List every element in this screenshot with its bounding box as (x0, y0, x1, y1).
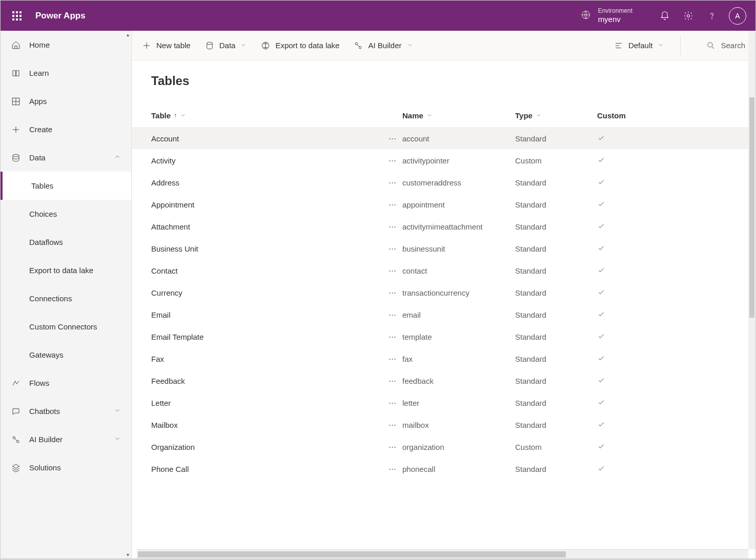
table-row[interactable]: Contact⋯contactStandard (132, 259, 755, 281)
column-header-table[interactable]: Table ↑ (151, 111, 382, 120)
column-header-type[interactable]: Type (515, 111, 597, 120)
notifications-icon[interactable] (653, 4, 677, 28)
table-row[interactable]: Organization⋯organizationCustom (132, 436, 755, 458)
more-icon[interactable]: ⋯ (382, 442, 402, 451)
scroll-down-icon[interactable]: ▾ (127, 552, 129, 557)
more-icon[interactable]: ⋯ (382, 134, 402, 143)
table-row[interactable]: Email⋯emailStandard (132, 303, 755, 325)
column-header-custom[interactable]: Custom (597, 111, 638, 120)
more-icon[interactable]: ⋯ (382, 178, 402, 187)
more-icon[interactable]: ⋯ (382, 398, 402, 407)
table-row[interactable]: Address⋯customeraddressStandard (132, 171, 755, 193)
toolbar-label: Search (721, 41, 745, 50)
table-row[interactable]: Phone Call⋯phonecallStandard (132, 458, 755, 480)
vertical-scrollbar[interactable] (748, 31, 755, 549)
sidebar-item-label: Solutions (29, 463, 61, 472)
apps-icon (11, 96, 21, 107)
more-icon[interactable]: ⋯ (382, 376, 402, 385)
check-icon (597, 134, 638, 143)
more-icon[interactable]: ⋯ (382, 222, 402, 231)
cell-name: letter (402, 399, 515, 407)
app-launcher-icon[interactable] (5, 4, 29, 28)
gear-icon[interactable] (677, 4, 700, 28)
flow-icon (11, 378, 21, 388)
cell-type: Standard (515, 222, 597, 231)
sidebar-item-dataflows[interactable]: Dataflows (1, 228, 131, 256)
sidebar-item-data[interactable]: Data (1, 143, 131, 172)
cell-type: Standard (515, 310, 597, 319)
sidebar-item-tables[interactable]: Tables (1, 172, 131, 200)
more-icon[interactable]: ⋯ (382, 156, 402, 165)
more-icon[interactable]: ⋯ (382, 464, 402, 473)
horizontal-scrollbar[interactable] (137, 549, 748, 558)
more-icon[interactable]: ⋯ (382, 310, 402, 319)
view-menu[interactable]: Default (614, 41, 664, 50)
check-icon (597, 354, 638, 364)
avatar[interactable]: A (729, 7, 746, 25)
cell-table: Appointment (151, 200, 382, 209)
sidebar-item-learn[interactable]: Learn (1, 59, 131, 87)
cell-table: Letter (151, 399, 382, 407)
table-row[interactable]: Activity⋯activitypointerCustom (132, 149, 755, 171)
more-icon[interactable]: ⋯ (382, 244, 402, 253)
new-table-button[interactable]: New table (142, 41, 191, 50)
sidebar-item-chatbots[interactable]: Chatbots (1, 397, 131, 425)
ai-icon (11, 434, 21, 445)
help-icon[interactable] (700, 4, 724, 28)
sidebar-item-label: Connections (29, 294, 72, 303)
sidebar-item-gateways[interactable]: Gateways (1, 341, 131, 369)
sidebar-item-export-data-lake[interactable]: Export to data lake (1, 256, 131, 284)
table-row[interactable]: Letter⋯letterStandard (132, 391, 755, 413)
more-icon[interactable]: ⋯ (382, 420, 402, 429)
scroll-up-icon[interactable]: ▴ (127, 32, 129, 37)
cell-table: Mailbox (151, 421, 382, 429)
cell-name: template (402, 333, 515, 341)
more-icon[interactable]: ⋯ (382, 354, 402, 363)
check-icon (597, 310, 638, 320)
table-row[interactable]: Mailbox⋯mailboxStandard (132, 413, 755, 436)
cell-type: Standard (515, 399, 597, 407)
more-icon[interactable]: ⋯ (382, 200, 402, 209)
chevron-down-icon (114, 407, 121, 416)
data-menu[interactable]: Data (205, 41, 247, 50)
sidebar: ▴ Home Learn Apps Create Data Tables (1, 31, 132, 558)
chevron-down-icon (114, 435, 121, 444)
table-row[interactable]: Account⋯accountStandard (132, 127, 755, 149)
cell-table: Organization (151, 443, 382, 451)
cell-table: Feedback (151, 377, 382, 385)
cell-table: Email (151, 310, 382, 319)
ai-builder-menu[interactable]: AI Builder (354, 41, 413, 50)
sidebar-item-custom-connectors[interactable]: Custom Connectors (1, 313, 131, 341)
sidebar-item-label: Data (29, 153, 46, 162)
sidebar-item-ai-builder[interactable]: AI Builder (1, 425, 131, 453)
cell-type: Standard (515, 355, 597, 363)
export-data-lake-button[interactable]: Export to data lake (261, 41, 339, 50)
sidebar-item-label: Choices (29, 210, 57, 218)
table-row[interactable]: Feedback⋯feedbackStandard (132, 369, 755, 391)
table-row[interactable]: Fax⋯faxStandard (132, 347, 755, 369)
cell-type: Standard (515, 134, 597, 143)
sidebar-item-choices[interactable]: Choices (1, 200, 131, 228)
sidebar-item-apps[interactable]: Apps (1, 87, 131, 115)
cell-name: feedback (402, 377, 515, 385)
sidebar-item-flows[interactable]: Flows (1, 369, 131, 397)
more-icon[interactable]: ⋯ (382, 266, 402, 275)
cell-type: Standard (515, 178, 597, 187)
table-row[interactable]: Currency⋯transactioncurrencyStandard (132, 281, 755, 303)
table-row[interactable]: Attachment⋯activitymimeattachmentStandar… (132, 215, 755, 237)
environment-picker[interactable]: Environment myenv (581, 7, 632, 24)
sidebar-item-create[interactable]: Create (1, 115, 131, 143)
column-header-name[interactable]: Name (402, 111, 515, 120)
more-icon[interactable]: ⋯ (382, 288, 402, 297)
table-row[interactable]: Appointment⋯appointmentStandard (132, 193, 755, 215)
sidebar-item-label: Export to data lake (29, 266, 93, 275)
plus-icon (11, 125, 21, 135)
sidebar-item-label: Dataflows (29, 238, 63, 246)
sidebar-item-home[interactable]: Home (1, 31, 131, 59)
more-icon[interactable]: ⋯ (382, 332, 402, 341)
search-button[interactable]: Search (697, 41, 745, 50)
table-row[interactable]: Email Template⋯templateStandard (132, 325, 755, 347)
table-row[interactable]: Business Unit⋯businessunitStandard (132, 237, 755, 259)
sidebar-item-solutions[interactable]: Solutions (1, 453, 131, 482)
sidebar-item-connections[interactable]: Connections (1, 284, 131, 313)
